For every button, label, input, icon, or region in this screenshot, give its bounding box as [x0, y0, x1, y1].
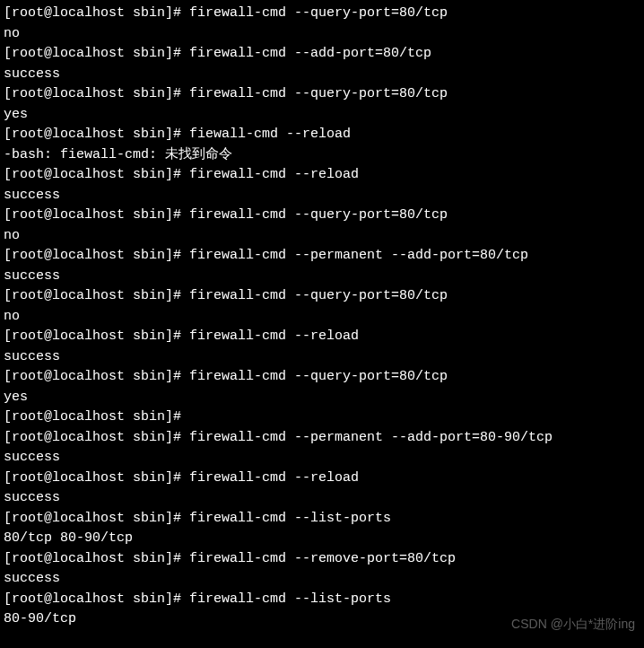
shell-prompt: [root@localhost sbin]#: [4, 5, 189, 21]
shell-output: success: [4, 569, 640, 590]
terminal-command-line: [root@localhost sbin]#: [4, 407, 640, 428]
shell-output: success: [4, 267, 640, 287]
shell-prompt: [root@localhost sbin]#: [4, 369, 189, 384]
terminal-command-line: [root@localhost sbin]# firewall-cmd --qu…: [4, 206, 640, 226]
shell-output: yes: [4, 105, 640, 126]
shell-prompt: [root@localhost sbin]#: [4, 86, 189, 101]
terminal-command-line: [root@localhost sbin]# firewall-cmd --li…: [4, 509, 640, 530]
shell-output: success: [4, 448, 640, 468]
shell-command: firewall-cmd --list-ports: [189, 591, 391, 607]
shell-output: 80/tcp 80-90/tcp: [4, 529, 640, 549]
shell-output: success: [4, 65, 640, 85]
terminal-command-line: [root@localhost sbin]# firewall-cmd --ad…: [4, 44, 640, 65]
shell-prompt: [root@localhost sbin]#: [4, 551, 189, 566]
shell-command: firewall-cmd --reload: [189, 328, 359, 344]
shell-output: no: [4, 226, 640, 247]
shell-command: fiewall-cmd --reload: [189, 127, 351, 142]
shell-output: yes: [4, 388, 640, 408]
shell-command: firewall-cmd --reload: [189, 470, 359, 486]
shell-command: firewall-cmd --permanent --add-port=80-9…: [189, 430, 553, 445]
shell-prompt: [root@localhost sbin]#: [4, 248, 189, 263]
shell-command: firewall-cmd --query-port=80/tcp: [189, 86, 448, 101]
terminal-command-line: [root@localhost sbin]# firewall-cmd --qu…: [4, 84, 640, 105]
terminal-command-line: [root@localhost sbin]# firewall-cmd --re…: [4, 165, 640, 186]
shell-prompt: [root@localhost sbin]#: [4, 511, 189, 526]
shell-command: firewall-cmd --reload: [189, 167, 359, 182]
terminal-window[interactable]: [root@localhost sbin]# firewall-cmd --qu…: [4, 4, 640, 630]
shell-prompt: [root@localhost sbin]#: [4, 46, 189, 61]
shell-command: firewall-cmd --list-ports: [189, 511, 391, 526]
shell-command: firewall-cmd --remove-port=80/tcp: [189, 551, 456, 566]
terminal-command-line: [root@localhost sbin]# firewall-cmd --qu…: [4, 286, 640, 307]
terminal-command-line: [root@localhost sbin]# firewall-cmd --re…: [4, 327, 640, 347]
shell-command: firewall-cmd --add-port=80/tcp: [189, 46, 431, 61]
shell-prompt: [root@localhost sbin]#: [4, 288, 189, 303]
shell-prompt: [root@localhost sbin]#: [4, 328, 189, 344]
shell-prompt: [root@localhost sbin]#: [4, 127, 189, 142]
terminal-command-line: [root@localhost sbin]# firewall-cmd --re…: [4, 468, 640, 489]
shell-command: firewall-cmd --query-port=80/tcp: [189, 207, 448, 223]
shell-prompt: [root@localhost sbin]#: [4, 591, 189, 607]
shell-command: firewall-cmd --query-port=80/tcp: [189, 288, 448, 303]
shell-prompt: [root@localhost sbin]#: [4, 470, 189, 486]
shell-prompt: [root@localhost sbin]#: [4, 207, 189, 223]
shell-prompt: [root@localhost sbin]#: [4, 409, 189, 425]
shell-output: no: [4, 307, 640, 328]
terminal-command-line: [root@localhost sbin]# firewall-cmd --pe…: [4, 246, 640, 267]
terminal-command-line: [root@localhost sbin]# fiewall-cmd --rel…: [4, 125, 640, 145]
shell-output: no: [4, 24, 640, 45]
shell-command: firewall-cmd --query-port=80/tcp: [189, 369, 448, 384]
shell-output: success: [4, 347, 640, 368]
terminal-command-line: [root@localhost sbin]# firewall-cmd --qu…: [4, 367, 640, 388]
watermark-text: CSDN @小白*进阶ing: [511, 615, 635, 634]
shell-prompt: [root@localhost sbin]#: [4, 430, 189, 445]
terminal-command-line: [root@localhost sbin]# firewall-cmd --qu…: [4, 4, 640, 24]
shell-prompt: [root@localhost sbin]#: [4, 167, 189, 182]
terminal-command-line: [root@localhost sbin]# firewall-cmd --re…: [4, 549, 640, 570]
terminal-command-line: [root@localhost sbin]# firewall-cmd --li…: [4, 590, 640, 610]
shell-command: firewall-cmd --query-port=80/tcp: [189, 5, 448, 21]
shell-command: firewall-cmd --permanent --add-port=80/t…: [189, 248, 528, 263]
terminal-command-line: [root@localhost sbin]# firewall-cmd --pe…: [4, 428, 640, 449]
shell-output: success: [4, 186, 640, 206]
shell-output: success: [4, 488, 640, 509]
shell-output: -bash: fiewall-cmd: 未找到命令: [4, 145, 640, 166]
